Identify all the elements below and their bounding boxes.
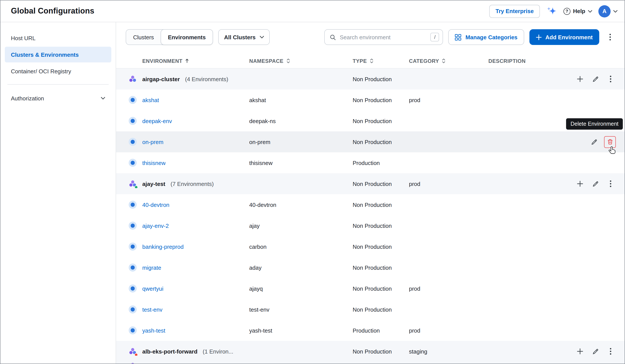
authorization-label: Authorization [11,95,44,101]
table-row[interactable]: ajay-env-2 ajay Non Production [116,215,625,236]
environment-link[interactable]: qwertyui [142,285,163,292]
environment-link[interactable]: deepak-env [142,118,172,124]
clusters-environments-toggle: Clusters Environments [126,29,213,45]
table-row[interactable]: 40-devtron 40-devtron Non Production [116,194,625,215]
table-row[interactable] [116,362,625,364]
type-cell: Production [353,327,409,334]
row-actions [567,346,616,357]
table-row[interactable]: banking-preprod carbon Non Production [116,236,625,257]
environment-cell: test-env [128,305,249,314]
table-row[interactable]: thisisnew thisisnew Production [116,152,625,173]
sparkle-ai-icon[interactable] [546,5,557,17]
namespace-cell: ajay [249,222,353,229]
environment-cell: alb-eks-port-forward (1 Environ... [128,347,249,356]
tab-environments[interactable]: Environments [160,29,213,45]
column-environment[interactable]: ENVIRONMENT [128,58,249,64]
environment-cell [128,362,249,364]
environment-link[interactable]: test-env [142,306,163,313]
type-cell: Non Production [353,181,409,187]
sort-ascending-icon [185,59,189,63]
environment-link[interactable]: ajay-test [142,181,165,187]
top-bar: Global Configurations Try Enterprise ? H… [0,0,625,22]
environment-link[interactable]: ajay-env-2 [142,222,169,229]
type-cell: Non Production [353,222,409,229]
table-row[interactable]: yash-test yash-test Production prod [116,320,625,341]
column-namespace[interactable]: NAMESPACE [249,58,353,64]
sidebar-section-authorization[interactable]: Authorization [5,90,111,106]
environment-cell: airgap-cluster (4 Environments) [128,75,249,83]
environment-count-label: (4 Environments) [185,76,228,82]
namespace-cell: test-env [249,306,353,313]
table-row[interactable]: on-prem on-prem Non Production [116,131,625,152]
environment-link[interactable]: thisisnew [142,159,166,166]
try-enterprise-button[interactable]: Try Enterprise [490,4,540,18]
edit-button[interactable] [590,179,600,189]
search-input[interactable] [340,34,427,40]
category-cell: prod [409,285,488,292]
type-cell: Non Production [353,76,409,82]
table-row[interactable]: qwertyui ajayq Non Production prod [116,278,625,299]
type-cell: Non Production [353,306,409,313]
table-row[interactable]: alb-eks-port-forward (1 Environ... Non P… [116,341,625,362]
table-row[interactable]: akshat akshat Non Production prod [116,90,625,110]
sidebar-item-container-oci-registry[interactable]: Container/ OCI Registry [5,63,111,79]
row-more-options-button[interactable] [605,74,616,84]
namespace-cell: yash-test [249,327,353,334]
delete-environment-tooltip: Delete Environment [566,118,623,130]
type-cell: Production [353,159,409,166]
environment-cell: ajay-test (7 Environments) [128,179,249,188]
help-icon: ? [563,8,570,15]
toolbar-more-options-button[interactable] [604,29,616,45]
sidebar: Host URL Clusters & Environments Contain… [0,22,116,364]
toolbar: Clusters Environments All Clusters / [116,29,625,45]
environment-link[interactable]: on-prem [142,139,163,145]
avatar: A [598,5,611,17]
environment-link[interactable]: banking-preprod [142,243,184,250]
edit-button[interactable] [590,346,600,357]
sidebar-item-clusters-environments[interactable]: Clusters & Environments [5,47,111,62]
manage-categories-button[interactable]: Manage Categories [448,29,524,45]
table-row[interactable]: deepak-env deepak-ns Non Production [116,110,625,131]
environment-count-label: (7 Environments) [171,181,214,187]
row-actions [567,179,616,189]
environment-link[interactable]: 40-devtron [142,201,169,208]
tab-clusters[interactable]: Clusters [126,30,161,45]
table-body: airgap-cluster (4 Environments) Non Prod… [116,68,625,364]
environment-icon [128,221,137,230]
edit-button[interactable] [590,74,600,84]
column-type[interactable]: TYPE [353,58,409,64]
row-more-options-button[interactable] [605,346,616,357]
row-actions [567,136,616,148]
environment-link[interactable]: migrate [142,264,161,271]
environment-icon [128,95,137,104]
account-menu[interactable]: A [598,5,618,17]
add-environment-to-cluster-button[interactable] [575,346,585,357]
environment-link[interactable]: yash-test [142,327,165,334]
table-row[interactable]: migrate aday Non Production [116,257,625,278]
environment-link[interactable]: airgap-cluster [142,76,180,82]
add-environment-to-cluster-button[interactable] [575,74,585,84]
delete-environment-button[interactable] [604,136,616,148]
search-icon [330,34,336,40]
namespace-cell: 40-devtron [249,201,353,208]
add-environment-to-cluster-button[interactable] [575,179,585,189]
environment-link[interactable]: akshat [142,97,159,103]
table-row[interactable]: test-env test-env Non Production [116,299,625,320]
row-more-options-button[interactable] [605,179,616,189]
environments-table: ENVIRONMENT NAMESPACE TYPE [116,54,625,364]
column-category[interactable]: CATEGORY [409,58,488,64]
sidebar-item-host-url[interactable]: Host URL [5,30,111,46]
namespace-cell: deepak-ns [249,118,353,124]
add-environment-button[interactable]: Add Environment [529,29,599,45]
cluster-filter-dropdown[interactable]: All Clusters [219,29,270,45]
type-cell: Non Production [353,118,409,124]
type-cell: Non Production [353,243,409,250]
type-cell: Non Production [353,285,409,292]
environment-icon [128,200,137,209]
table-row[interactable]: airgap-cluster (4 Environments) Non Prod… [116,68,625,90]
table-row[interactable]: ajay-test (7 Environments) Non Productio… [116,173,625,194]
environment-link[interactable]: alb-eks-port-forward [142,348,197,355]
edit-button[interactable] [589,137,599,147]
help-menu[interactable]: ? Help [563,8,592,15]
type-cell: Non Production [353,348,409,355]
